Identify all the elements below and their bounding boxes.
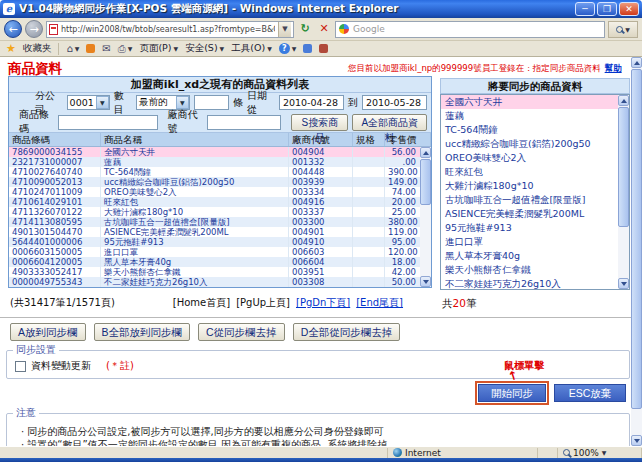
- vendor-input[interactable]: [207, 115, 282, 130]
- help-button[interactable]: ?▼: [279, 43, 297, 54]
- table-row[interactable]: 4710027640740TC-564鬧鐘004448390.00: [9, 167, 431, 177]
- chevron-down-icon[interactable]: ▼: [96, 96, 109, 109]
- url-dropdown-icon[interactable]: ▼: [278, 22, 291, 37]
- forward-button[interactable]: →: [25, 20, 43, 38]
- table-cell: [353, 257, 385, 267]
- page-prev[interactable]: [PgUp上頁]: [236, 296, 290, 310]
- sync-list-item[interactable]: 樂天小熊餅杏仁拿鐵: [441, 263, 618, 277]
- all-products-button[interactable]: A全部商品資料: [352, 114, 427, 131]
- table-row[interactable]: 4711326070122大雞汁滷粽180g*1000333725.00: [9, 207, 431, 217]
- scroll-up-icon[interactable]: [618, 95, 629, 106]
- print-button[interactable]: ⎙▼: [118, 43, 133, 55]
- help-link[interactable]: 幫助: [605, 63, 622, 73]
- date-from-input[interactable]: 2010-04-28: [279, 95, 344, 110]
- sync-list-item[interactable]: 全國六寸天井: [441, 95, 618, 109]
- favorites-label[interactable]: 收藏夹: [23, 42, 52, 55]
- refresh-button[interactable]: ↻: [297, 21, 313, 38]
- barcode-input[interactable]: [58, 115, 157, 130]
- date-to-input[interactable]: 2010-05-28: [362, 95, 427, 110]
- search-products-button[interactable]: S搜索商品: [291, 114, 348, 131]
- table-cell: 4903333052417: [9, 267, 101, 277]
- col-price: 零售價: [385, 133, 431, 146]
- table-row[interactable]: 4710090052013ucc精緻綜合咖啡豆(鋁箔)200g500039391…: [9, 177, 431, 187]
- start-sync-button[interactable]: 開始同步: [478, 384, 546, 402]
- sync-list-item[interactable]: ASIENCE完美輕柔潤髮乳200ML: [441, 207, 618, 221]
- table-row[interactable]: 4903333052417樂天小熊餅杏仁拿鐵00395142.00: [9, 267, 431, 277]
- url-text[interactable]: http://win2008/tw/btob/searesult1.asp?fr…: [61, 25, 275, 34]
- home-button[interactable]: ⌂▼: [66, 43, 79, 54]
- date-from-label: 日期從: [247, 89, 275, 117]
- sync-list-item[interactable]: ucc精緻綜合咖啡豆(鋁箔)200g50: [441, 137, 618, 151]
- table-row[interactable]: 7869000034155全國六寸天井00490456.00: [9, 147, 431, 157]
- addon-icon[interactable]: [319, 44, 328, 53]
- favorites-star-icon[interactable]: ★: [6, 42, 16, 55]
- scrollbar-thumb[interactable]: [631, 69, 642, 409]
- page-scrollbar[interactable]: [631, 57, 642, 446]
- table-scrollbar[interactable]: [420, 147, 431, 287]
- remove-from-sync-button[interactable]: C從同步欄去掉: [198, 323, 285, 341]
- data-update-label: 資料變動更新: [31, 359, 91, 373]
- table-cell: [353, 167, 385, 177]
- scroll-down-icon[interactable]: [420, 276, 431, 287]
- table-cell: 黑人草本牙膏40g: [101, 257, 289, 267]
- sync-list-item[interactable]: 蓮藕: [441, 109, 618, 123]
- addon-icon[interactable]: [303, 44, 312, 53]
- sync-list[interactable]: 全國六寸天井蓮藕TC-564鬧鐘ucc精緻綜合咖啡豆(鋁箔)200g50OREO…: [440, 94, 630, 290]
- table-row[interactable]: 564440100000695元拖鞋#91300491095.00: [9, 237, 431, 247]
- zoom-dropdown-icon[interactable]: ▼: [602, 449, 607, 456]
- zoom-control[interactable]: 100% ▼: [558, 448, 642, 458]
- sync-list-item[interactable]: 大雞汁滷粽180g*10: [441, 179, 618, 193]
- table-row[interactable]: 4901301504470ASIENCE完美輕柔潤髮乳200ML00490111…: [9, 227, 431, 237]
- table-row[interactable]: 0006604120005黑人草本牙膏40g00660418.00: [9, 257, 431, 267]
- remove-all-from-sync-button[interactable]: D全部從同步欄去掉: [293, 323, 401, 341]
- esc-cancel-button[interactable]: ESC放棄: [554, 384, 626, 402]
- search-dropdown-icon[interactable]: ▼: [625, 26, 630, 33]
- table-row[interactable]: 4710247011009OREO美味雙心2入00333474.00: [9, 187, 431, 197]
- sync-list-item[interactable]: 旺來紅包: [441, 165, 618, 179]
- menu-tools[interactable]: 工具(O)▼: [231, 42, 272, 55]
- sync-list-item[interactable]: 黑人草本牙膏40g: [441, 249, 618, 263]
- url-field[interactable]: http://win2008/tw/btob/searesult1.asp?fr…: [46, 21, 294, 38]
- sync-list-item[interactable]: 進口口罩: [441, 235, 618, 249]
- branch-select[interactable]: 0001▼: [67, 95, 110, 110]
- rss-icon[interactable]: [86, 44, 95, 53]
- stop-button[interactable]: ✕: [316, 21, 332, 38]
- table-row[interactable]: 2321731000007蓮藕001332.00: [9, 157, 431, 167]
- scroll-down-icon[interactable]: [631, 435, 642, 446]
- sync-list-item[interactable]: OREO美味雙心2入: [441, 151, 618, 165]
- search-input[interactable]: Google: [335, 21, 605, 38]
- scroll-up-icon[interactable]: [631, 57, 642, 68]
- table-row[interactable]: 0000049755343不二家娃娃巧克力26g10入00330850.00: [9, 277, 431, 287]
- back-button[interactable]: ←: [4, 20, 22, 38]
- page-next-link[interactable]: [PgDn下頁]: [296, 296, 350, 310]
- table-cell: 旺來紅包: [101, 197, 289, 207]
- sync-list-scrollbar[interactable]: [618, 95, 629, 289]
- add-to-sync-button[interactable]: A放到同步欄: [10, 323, 86, 341]
- sync-list-item[interactable]: TC-564鬧鐘: [441, 123, 618, 137]
- maximize-button[interactable]: ❐: [597, 2, 617, 16]
- table-row[interactable]: 4714113080595古坑咖啡五合一超值禮盒[限量版]003300380.0…: [9, 217, 431, 227]
- page-end-link[interactable]: [End尾頁]: [356, 296, 403, 310]
- scrollbar-thumb[interactable]: [420, 159, 431, 205]
- scroll-down-icon[interactable]: [618, 278, 629, 289]
- table-row[interactable]: 0006603150005進口口罩006603120.00: [9, 247, 431, 257]
- sync-list-item[interactable]: 古坑咖啡五合一超值禮盒[限量版]: [441, 193, 618, 207]
- table-row[interactable]: 4710614029101旺來紅包00491620.00: [9, 197, 431, 207]
- command-bar: ★ 收藏夹 ⌂▼ ✉ ⎙▼ 页面(P)▼ 安全(S)▼ 工具(O)▼ ?▼: [0, 41, 642, 57]
- scroll-up-icon[interactable]: [420, 147, 431, 158]
- scrollbar-thumb[interactable]: [618, 107, 629, 227]
- add-all-to-sync-button[interactable]: B全部放到同步欄: [94, 323, 191, 341]
- data-update-checkbox[interactable]: [15, 361, 26, 372]
- minimize-button[interactable]: ─: [575, 2, 595, 16]
- close-button[interactable]: ✕: [619, 2, 639, 16]
- sync-list-item[interactable]: 95元拖鞋#913: [441, 221, 618, 235]
- page-home[interactable]: [Home首頁]: [173, 296, 230, 310]
- protected-mode-indicator: [538, 448, 558, 458]
- printer-icon: ⎙: [118, 43, 126, 55]
- mail-icon[interactable]: ✉: [102, 43, 110, 54]
- google-icon: [339, 24, 349, 34]
- search-button[interactable]: ▼: [608, 21, 638, 38]
- menu-safety[interactable]: 安全(S)▼: [185, 42, 224, 55]
- menu-page[interactable]: 页面(P)▼: [139, 42, 178, 55]
- sync-list-item[interactable]: 不二家娃娃巧克力26g10入: [441, 277, 618, 290]
